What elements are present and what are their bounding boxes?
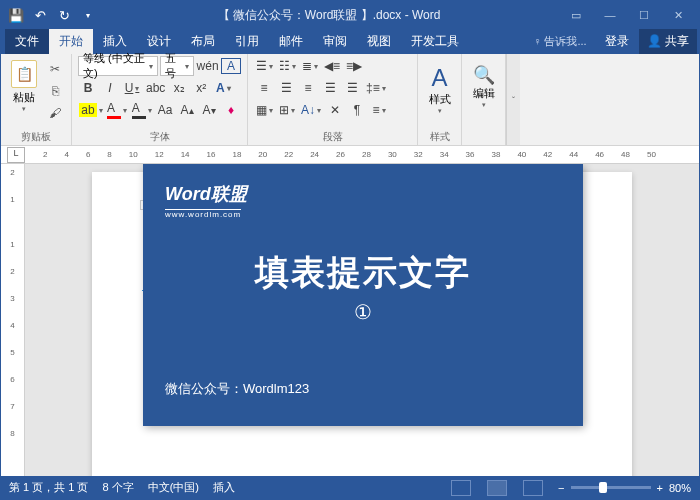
bullets-button[interactable]: ☰: [254, 56, 275, 76]
zoom-slider[interactable]: [571, 486, 651, 489]
share-button[interactable]: 👤 共享: [639, 29, 697, 54]
ribbon: 📋 粘贴 ▾ ✂ ⎘ 🖌 剪贴板 等线 (中文正文) 五号 wén A B I …: [1, 54, 699, 146]
cut-icon[interactable]: ✂: [45, 60, 65, 78]
title-bar: 💾 ↶ ↻ ▾ 【 微信公众号：Word联盟 】.docx - Word ▭ —…: [1, 1, 699, 29]
language[interactable]: 中文(中国): [148, 480, 199, 495]
subscript-button[interactable]: x₂: [169, 78, 189, 98]
paste-button[interactable]: 📋 粘贴 ▾: [7, 56, 41, 122]
tab-review[interactable]: 审阅: [313, 29, 357, 54]
underline-button[interactable]: U: [122, 78, 142, 98]
font-size-combo[interactable]: 五号: [160, 56, 194, 76]
font-name-combo[interactable]: 等线 (中文正文): [78, 56, 158, 76]
quick-access-toolbar: 💾 ↶ ↻ ▾: [5, 4, 99, 26]
close-icon[interactable]: ✕: [661, 1, 695, 29]
font-color-button[interactable]: A: [106, 100, 129, 120]
styles-icon[interactable]: A: [424, 64, 455, 92]
zoom-in-icon[interactable]: +: [657, 482, 663, 494]
para-more-button[interactable]: ≡: [369, 100, 389, 120]
overlay-title: 填表提示文字: [165, 250, 561, 296]
grow-font-button[interactable]: A▴: [177, 100, 197, 120]
bold-button[interactable]: B: [78, 78, 98, 98]
superscript-button[interactable]: x²: [191, 78, 211, 98]
tell-me[interactable]: ♀ 告诉我...: [525, 34, 594, 49]
zoom-level[interactable]: 80%: [669, 482, 691, 494]
overlay-number: ①: [165, 300, 561, 324]
window-title: 【 微信公众号：Word联盟 】.docx - Word: [99, 7, 559, 24]
editing-group: 🔍 编辑 ▾: [462, 54, 506, 145]
align-right-button[interactable]: ≡: [298, 78, 318, 98]
collapse-ribbon-icon[interactable]: ˇ: [506, 54, 520, 145]
tab-layout[interactable]: 布局: [181, 29, 225, 54]
align-center-button[interactable]: ☰: [276, 78, 296, 98]
save-icon[interactable]: 💾: [5, 4, 27, 26]
zoom-out-icon[interactable]: −: [558, 482, 564, 494]
shrink-font-button[interactable]: A▾: [199, 100, 219, 120]
tab-mailings[interactable]: 邮件: [269, 29, 313, 54]
status-bar: 第 1 页，共 1 页 8 个字 中文(中国) 插入 − + 80%: [1, 476, 699, 499]
overlay-footer: 微信公众号：Wordlm123: [165, 380, 561, 398]
char-shading-icon[interactable]: A: [130, 100, 153, 120]
tab-references[interactable]: 引用: [225, 29, 269, 54]
format-painter-icon[interactable]: 🖌: [45, 104, 65, 122]
decrease-indent-button[interactable]: ◀≡: [322, 56, 342, 76]
phonetic-guide-icon[interactable]: wén: [196, 56, 219, 76]
window-controls: ▭ — ☐ ✕: [559, 1, 695, 29]
view-read-icon[interactable]: [451, 480, 471, 496]
paragraph-group: ☰ ☷ ≣ ◀≡ ≡▶ ≡ ☰ ≡ ☰ ☰ ‡≡ ▦ ⊞ A↓ ✕ ¶ ≡ 段落: [248, 54, 418, 145]
copy-icon[interactable]: ⎘: [45, 82, 65, 100]
highlight-button[interactable]: ab: [78, 100, 104, 120]
view-print-icon[interactable]: [487, 480, 507, 496]
sort-button[interactable]: A↓: [299, 100, 323, 120]
italic-button[interactable]: I: [100, 78, 120, 98]
text-effects-icon[interactable]: A: [213, 78, 233, 98]
zoom-control: − + 80%: [558, 482, 691, 494]
ribbon-options-icon[interactable]: ▭: [559, 1, 593, 29]
styles-group: A 样式 ▾ 样式: [418, 54, 462, 145]
justify-button[interactable]: ☰: [320, 78, 340, 98]
show-marks-button[interactable]: ¶: [347, 100, 367, 120]
change-case-button[interactable]: Aa: [155, 100, 175, 120]
line-spacing-button[interactable]: ‡≡: [364, 78, 388, 98]
qat-more-icon[interactable]: ▾: [77, 4, 99, 26]
shading-button[interactable]: ▦: [254, 100, 275, 120]
minimize-icon[interactable]: —: [593, 1, 627, 29]
strikethrough-button[interactable]: abc: [144, 78, 167, 98]
align-left-button[interactable]: ≡: [254, 78, 274, 98]
sign-in[interactable]: 登录: [595, 33, 639, 50]
tab-file[interactable]: 文件: [5, 29, 49, 54]
clear-formatting-icon[interactable]: ♦: [221, 100, 241, 120]
asian-layout-button[interactable]: ✕: [325, 100, 345, 120]
word-count[interactable]: 8 个字: [102, 480, 133, 495]
maximize-icon[interactable]: ☐: [627, 1, 661, 29]
borders-button[interactable]: ⊞: [277, 100, 297, 120]
vertical-ruler[interactable]: 2112345678: [1, 164, 25, 476]
document-area[interactable]: 日期 WordWord联盟联盟 www.wordlm.com 填表提示文字 ① …: [25, 164, 699, 476]
workspace: 2112345678 日期 WordWord联盟联盟 www.wordlm.co…: [1, 164, 699, 476]
increase-indent-button[interactable]: ≡▶: [344, 56, 364, 76]
logo-text: WordWord联盟联盟: [165, 182, 561, 206]
view-web-icon[interactable]: [523, 480, 543, 496]
logo-url: www.wordlm.com: [165, 209, 241, 219]
undo-icon[interactable]: ↶: [29, 4, 51, 26]
char-border-icon[interactable]: A: [221, 58, 241, 74]
splash-overlay: WordWord联盟联盟 www.wordlm.com 填表提示文字 ① 微信公…: [143, 164, 583, 426]
page-count[interactable]: 第 1 页，共 1 页: [9, 480, 88, 495]
numbering-button[interactable]: ☷: [277, 56, 298, 76]
clipboard-icon: 📋: [11, 60, 37, 88]
insert-mode[interactable]: 插入: [213, 480, 235, 495]
redo-icon[interactable]: ↻: [53, 4, 75, 26]
tab-developer[interactable]: 开发工具: [401, 29, 469, 54]
horizontal-ruler[interactable]: 2468101214161820222426283032343638404244…: [1, 146, 699, 164]
font-group: 等线 (中文正文) 五号 wén A B I U abc x₂ x² A ab …: [72, 54, 248, 145]
multilevel-button[interactable]: ≣: [300, 56, 320, 76]
tab-view[interactable]: 视图: [357, 29, 401, 54]
find-icon[interactable]: 🔍: [468, 64, 499, 86]
clipboard-group: 📋 粘贴 ▾ ✂ ⎘ 🖌 剪贴板: [1, 54, 72, 145]
distributed-button[interactable]: ☰: [342, 78, 362, 98]
